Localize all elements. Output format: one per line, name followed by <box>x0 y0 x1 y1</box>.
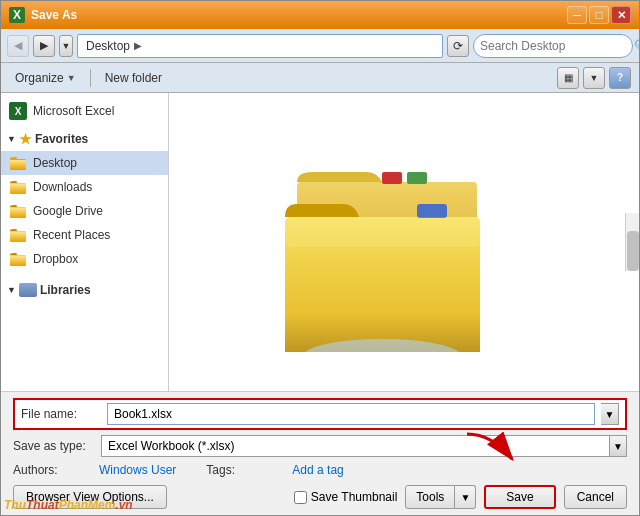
filename-input[interactable] <box>107 403 595 425</box>
maximize-button[interactable]: □ <box>589 6 609 24</box>
authors-link[interactable]: Windows User <box>99 463 176 477</box>
search-input[interactable] <box>480 39 630 53</box>
path-label: Desktop <box>86 39 130 53</box>
save-as-dialog: X Save As ─ □ ✕ ◀ ▶ ▼ Desktop ▶ ⟳ 🔍 Orga… <box>0 0 640 516</box>
view-dropdown-button[interactable]: ▼ <box>583 67 605 89</box>
svg-rect-13 <box>407 172 427 184</box>
thumbnail-label: Save Thumbnail <box>311 490 398 504</box>
window-title: Save As <box>31 8 567 22</box>
tags-section: Tags: Add a tag <box>206 463 343 477</box>
favorites-arrow: ▼ <box>7 134 16 144</box>
sidebar-recent-label: Recent Places <box>33 228 110 242</box>
favorites-label: Favorites <box>35 132 88 146</box>
title-bar: X Save As ─ □ ✕ <box>1 1 639 29</box>
nav-dropdown-button[interactable]: ▼ <box>59 35 73 57</box>
filename-label: File name: <box>21 407 101 421</box>
sidebar-desktop-label: Desktop <box>33 156 77 170</box>
sidebar-item-excel[interactable]: X Microsoft Excel <box>1 99 168 123</box>
desktop-folder-icon <box>9 154 27 172</box>
sidebar-item-googledrive[interactable]: Google Drive <box>1 199 168 223</box>
thumbnail-checkbox-row: Save Thumbnail <box>294 490 398 504</box>
sidebar-item-dropbox[interactable]: Dropbox <box>1 247 168 271</box>
toolbar-separator <box>90 69 91 87</box>
bottom-form: File name: ▼ Save as type: Excel Workboo… <box>1 391 639 515</box>
scroll-thumb[interactable] <box>627 231 639 271</box>
downloads-icon <box>9 178 27 196</box>
sidebar-dropbox-label: Dropbox <box>33 252 78 266</box>
sidebar: X Microsoft Excel ▼ ★ Favorites <box>1 93 169 391</box>
buttons-row: Browser View Options... Save Thumbnail T… <box>13 485 627 509</box>
filename-row: File name: ▼ <box>13 398 627 430</box>
path-arrow: ▶ <box>134 40 142 51</box>
content-scrollbar[interactable] <box>625 213 639 271</box>
authors-label: Authors: <box>13 463 93 477</box>
sidebar-item-desktop[interactable]: Desktop <box>1 151 168 175</box>
tools-dropdown-button[interactable]: ▼ <box>455 485 476 509</box>
gdrive-icon <box>9 202 27 220</box>
big-folder-svg <box>257 132 537 352</box>
tools-group: Tools ▼ <box>405 485 476 509</box>
sidebar-favorites-header[interactable]: ▼ ★ Favorites <box>1 127 168 151</box>
sidebar-item-recent[interactable]: Recent Places <box>1 223 168 247</box>
dropbox-icon <box>9 250 27 268</box>
content-area <box>169 93 639 391</box>
search-box[interactable]: 🔍 <box>473 34 633 58</box>
excel-icon: X <box>9 102 27 120</box>
filetype-label: Save as type: <box>13 439 93 453</box>
address-path[interactable]: Desktop ▶ <box>77 34 443 58</box>
svg-rect-4 <box>10 184 26 194</box>
thumbnail-checkbox[interactable] <box>294 491 307 504</box>
tags-link[interactable]: Add a tag <box>292 463 343 477</box>
tools-button[interactable]: Tools <box>405 485 455 509</box>
svg-rect-6 <box>10 208 26 218</box>
svg-rect-17 <box>285 217 480 247</box>
favorites-star-icon: ★ <box>19 131 32 147</box>
cancel-button[interactable]: Cancel <box>564 485 627 509</box>
libraries-label: Libraries <box>40 283 91 297</box>
filetype-row: Save as type: Excel Workbook (*.xlsx) ▼ <box>13 435 627 457</box>
close-button[interactable]: ✕ <box>611 6 631 24</box>
main-area: X Microsoft Excel ▼ ★ Favorites <box>1 93 639 391</box>
save-button[interactable]: Save <box>484 485 555 509</box>
sidebar-item-downloads[interactable]: Downloads <box>1 175 168 199</box>
new-folder-button[interactable]: New folder <box>99 68 168 88</box>
svg-rect-16 <box>417 204 447 218</box>
toolbar: Organize ▼ New folder ▦ ▼ ? <box>1 63 639 93</box>
sidebar-downloads-label: Downloads <box>33 180 92 194</box>
recent-icon <box>9 226 27 244</box>
libraries-arrow: ▼ <box>7 285 16 295</box>
libraries-icon <box>19 281 37 299</box>
minimize-button[interactable]: ─ <box>567 6 587 24</box>
address-bar: ◀ ▶ ▼ Desktop ▶ ⟳ 🔍 <box>1 29 639 63</box>
svg-rect-14 <box>382 172 402 184</box>
forward-button[interactable]: ▶ <box>33 35 55 57</box>
filename-dropdown-button[interactable]: ▼ <box>601 403 619 425</box>
svg-rect-2 <box>10 160 26 170</box>
sidebar-excel-label: Microsoft Excel <box>33 104 114 118</box>
svg-rect-10 <box>10 256 26 266</box>
authors-section: Authors: Windows User <box>13 463 176 477</box>
window-icon: X <box>9 7 25 23</box>
browser-view-button[interactable]: Browser View Options... <box>13 485 167 509</box>
tags-label: Tags: <box>206 463 286 477</box>
refresh-button[interactable]: ⟳ <box>447 35 469 57</box>
search-icon: 🔍 <box>634 39 640 53</box>
back-button[interactable]: ◀ <box>7 35 29 57</box>
folder-preview <box>169 93 625 391</box>
sidebar-libraries-header[interactable]: ▼ Libraries <box>1 277 168 303</box>
help-button[interactable]: ? <box>609 67 631 89</box>
view-button[interactable]: ▦ <box>557 67 579 89</box>
filetype-select[interactable]: Excel Workbook (*.xlsx) <box>101 435 627 457</box>
organize-button[interactable]: Organize ▼ <box>9 68 82 88</box>
svg-rect-8 <box>10 232 26 242</box>
toolbar-right: ▦ ▼ ? <box>557 67 631 89</box>
sidebar-gdrive-label: Google Drive <box>33 204 103 218</box>
organize-arrow: ▼ <box>67 73 76 83</box>
authors-row: Authors: Windows User Tags: Add a tag <box>13 463 627 477</box>
filetype-wrapper: Excel Workbook (*.xlsx) ▼ <box>101 435 627 457</box>
window-controls: ─ □ ✕ <box>567 6 631 24</box>
right-buttons: Save Thumbnail Tools ▼ Save Cancel <box>294 485 627 509</box>
